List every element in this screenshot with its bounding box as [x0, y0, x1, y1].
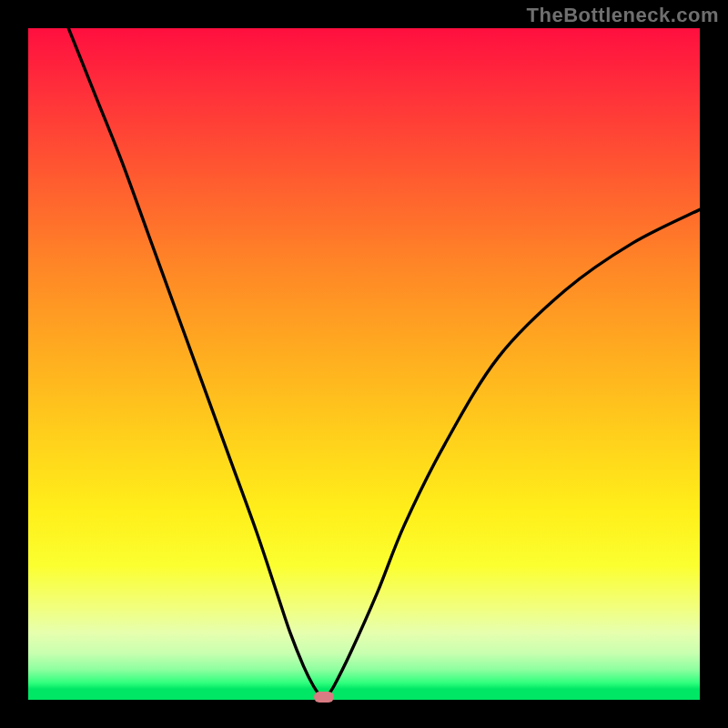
chart-frame: TheBottleneck.com [0, 0, 728, 728]
bottleneck-curve [28, 28, 700, 700]
optimal-point-marker [314, 692, 334, 703]
watermark-text: TheBottleneck.com [527, 4, 719, 27]
